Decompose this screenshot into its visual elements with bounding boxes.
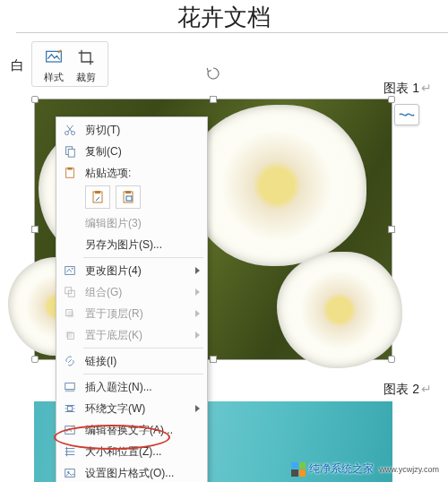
title-underline xyxy=(16,32,448,33)
picture-styles-label: 样式 xyxy=(44,71,64,84)
ctx-hyperlink[interactable]: 链接(I) xyxy=(56,350,207,372)
ctx-wrap-text-label: 环绕文字(W) xyxy=(85,401,188,417)
svg-rect-20 xyxy=(65,383,75,390)
crop-icon xyxy=(75,47,97,67)
ctx-edit-alt-text[interactable]: 编辑替换文字(A)... xyxy=(56,419,207,441)
svg-rect-4 xyxy=(68,149,74,157)
layout-options-icon xyxy=(399,109,415,120)
separator xyxy=(83,348,203,349)
send-back-icon xyxy=(62,327,78,343)
ctx-change-picture[interactable]: 更改图片(4) xyxy=(56,260,207,281)
bring-front-icon xyxy=(62,306,78,322)
ctx-paste-options: 粘贴选项: xyxy=(56,162,207,184)
paste-option-picture[interactable] xyxy=(116,185,141,209)
blank-icon xyxy=(62,215,78,231)
paste-options-row xyxy=(56,184,207,212)
caption-2-text: 图表 2 xyxy=(383,382,419,396)
watermark-url: www.ycwjzy.com xyxy=(379,465,439,474)
flower-decoration xyxy=(277,252,402,368)
page-title: 花卉文档 xyxy=(0,0,448,33)
ribbon-left-label: 白 xyxy=(11,57,24,74)
ctx-insert-caption-label: 插入题注(N)... xyxy=(85,380,200,395)
ctx-insert-caption[interactable]: 插入题注(N)... xyxy=(56,376,207,398)
caption-1-text: 图表 1 xyxy=(383,81,419,95)
link-icon xyxy=(62,353,78,369)
watermark-text: 纯净系统之家 xyxy=(309,461,374,477)
paste-icon xyxy=(62,165,78,181)
submenu-arrow-icon xyxy=(195,310,200,317)
ctx-bring-front: 置于顶层(R) xyxy=(56,303,207,324)
watermark: 纯净系统之家 www.ycwjzy.com xyxy=(291,461,439,477)
watermark-logo-icon xyxy=(291,462,306,477)
clipboard-picture-icon xyxy=(121,190,135,204)
ctx-cut[interactable]: 剪切(T) xyxy=(56,119,207,141)
ctx-send-back: 置于底层(K) xyxy=(56,324,207,346)
ctx-save-as-picture-label: 另存为图片(S)... xyxy=(85,237,200,253)
caption-icon xyxy=(62,379,78,395)
wrap-text-icon xyxy=(62,400,78,417)
ctx-edit-picture-label: 编辑图片(3) xyxy=(85,216,200,231)
ctx-group: 组合(G) xyxy=(56,281,207,303)
rotation-handle[interactable] xyxy=(205,65,221,82)
ctx-copy-label: 复制(C) xyxy=(85,144,200,159)
ctx-format-picture[interactable]: 设置图片格式(O)... xyxy=(56,462,207,482)
ctx-wrap-text[interactable]: 环绕文字(W) xyxy=(56,398,207,419)
copy-icon xyxy=(62,143,78,159)
ctx-size-position[interactable]: 大小和位置(Z)... xyxy=(56,441,207,462)
ctx-edit-picture: 编辑图片(3) xyxy=(56,212,207,234)
ctx-format-picture-label: 设置图片格式(O)... xyxy=(85,466,200,481)
svg-rect-21 xyxy=(65,391,75,392)
ctx-save-as-picture[interactable]: 另存为图片(S)... xyxy=(56,234,207,255)
crop-button[interactable]: 裁剪 xyxy=(70,47,102,84)
change-picture-icon xyxy=(62,263,78,279)
submenu-arrow-icon xyxy=(195,331,200,339)
clipboard-icon xyxy=(90,190,105,204)
ctx-edit-alt-text-label: 编辑替换文字(A)... xyxy=(85,423,200,438)
svg-point-13 xyxy=(72,268,73,270)
caption-2: 图表 2↵ xyxy=(383,382,432,398)
group-icon xyxy=(62,284,78,300)
paste-option-keep-source[interactable] xyxy=(85,185,110,209)
ctx-change-picture-label: 更改图片(4) xyxy=(85,263,188,279)
submenu-arrow-icon xyxy=(195,267,200,274)
context-menu: 剪切(T) 复制(C) 粘贴选项: 编辑图片(3) 另存为图片(S)... 更改 xyxy=(56,116,208,482)
submenu-arrow-icon xyxy=(195,405,200,412)
ctx-send-back-label: 置于底层(K) xyxy=(85,328,188,343)
ctx-copy[interactable]: 复制(C) xyxy=(56,141,207,162)
size-position-icon xyxy=(62,443,78,460)
ctx-cut-label: 剪切(T) xyxy=(85,123,200,138)
return-mark-icon: ↵ xyxy=(421,382,432,396)
resize-handle-w[interactable] xyxy=(31,226,39,233)
alt-text-icon xyxy=(62,422,78,438)
ribbon-picture-group: 样式 裁剪 xyxy=(31,41,108,87)
resize-handle-s[interactable] xyxy=(210,356,217,363)
picture-styles-button[interactable]: 样式 xyxy=(38,47,70,84)
ctx-paste-options-label: 粘贴选项: xyxy=(85,166,200,181)
format-picture-icon xyxy=(62,465,78,481)
resize-handle-nw[interactable] xyxy=(31,96,39,103)
svg-rect-8 xyxy=(95,191,100,194)
caption-1: 图表 1↵ xyxy=(383,81,432,97)
scissors-icon xyxy=(62,122,78,138)
separator xyxy=(83,374,203,374)
ctx-size-position-label: 大小和位置(Z)... xyxy=(85,444,200,460)
blank-icon xyxy=(62,237,78,253)
svg-rect-10 xyxy=(125,191,131,194)
picture-styles-icon xyxy=(43,47,65,67)
ctx-bring-front-label: 置于顶层(R) xyxy=(85,306,188,322)
crop-label: 裁剪 xyxy=(76,71,96,84)
flower-decoration xyxy=(187,105,366,266)
resize-handle-sw[interactable] xyxy=(31,356,39,363)
resize-handle-se[interactable] xyxy=(388,356,395,363)
svg-rect-16 xyxy=(67,311,73,317)
ctx-group-label: 组合(G) xyxy=(85,285,188,300)
resize-handle-ne[interactable] xyxy=(388,96,395,103)
ctx-hyperlink-label: 链接(I) xyxy=(85,354,200,369)
layout-options-button[interactable] xyxy=(394,104,419,125)
resize-handle-n[interactable] xyxy=(210,96,217,103)
svg-rect-18 xyxy=(66,331,73,338)
resize-handle-e[interactable] xyxy=(388,226,395,233)
return-mark-icon: ↵ xyxy=(421,81,432,95)
svg-rect-6 xyxy=(67,168,72,170)
svg-rect-11 xyxy=(126,196,132,201)
